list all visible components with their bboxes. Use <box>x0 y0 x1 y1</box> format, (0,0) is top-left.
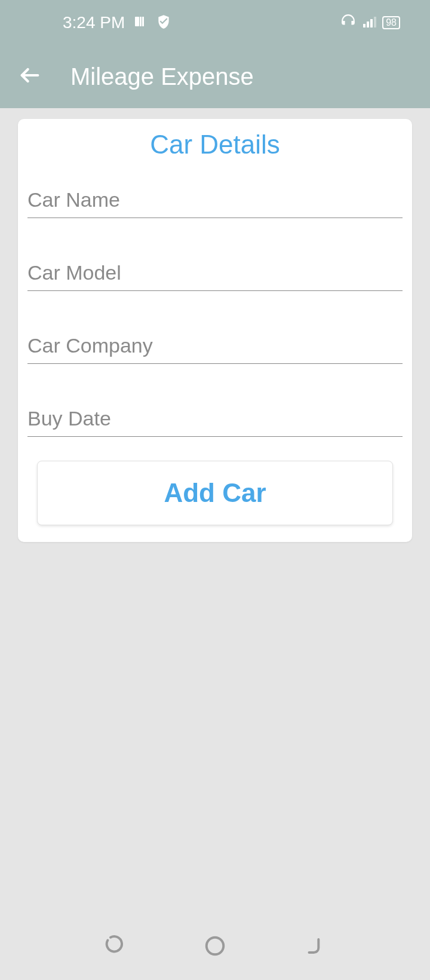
page-title: Mileage Expense <box>70 63 254 90</box>
app-bar: Mileage Expense <box>0 45 430 108</box>
svg-rect-6 <box>374 17 376 27</box>
car-model-field[interactable] <box>27 254 403 291</box>
add-car-button[interactable]: Add Car <box>37 461 393 525</box>
card-title: Car Details <box>27 130 403 160</box>
system-nav-bar <box>0 914 430 980</box>
headphones-icon <box>340 14 356 32</box>
svg-rect-5 <box>370 19 373 27</box>
shield-icon <box>156 14 171 32</box>
svg-rect-2 <box>142 17 144 26</box>
svg-rect-4 <box>367 22 369 27</box>
buy-date-field[interactable] <box>27 400 403 437</box>
car-company-field[interactable] <box>27 327 403 364</box>
home-icon[interactable] <box>204 935 226 960</box>
status-left: 3:24 PM <box>18 13 171 32</box>
back-nav-icon[interactable] <box>303 935 326 960</box>
content-area: Car Details Add Car <box>0 108 430 553</box>
car-details-card: Car Details Add Car <box>18 119 412 542</box>
svg-rect-0 <box>135 17 139 26</box>
signal-icon <box>362 14 376 31</box>
recents-icon[interactable] <box>104 935 127 960</box>
svg-point-8 <box>207 938 224 955</box>
car-name-field[interactable] <box>27 181 403 218</box>
status-bar: 3:24 PM 98 <box>0 0 430 45</box>
svg-rect-1 <box>140 17 142 26</box>
app-indicator-icon <box>133 14 148 31</box>
status-right: 98 <box>340 14 412 32</box>
back-icon[interactable] <box>18 63 42 90</box>
svg-rect-3 <box>363 24 366 27</box>
battery-icon: 98 <box>382 16 400 29</box>
status-time: 3:24 PM <box>63 13 125 32</box>
